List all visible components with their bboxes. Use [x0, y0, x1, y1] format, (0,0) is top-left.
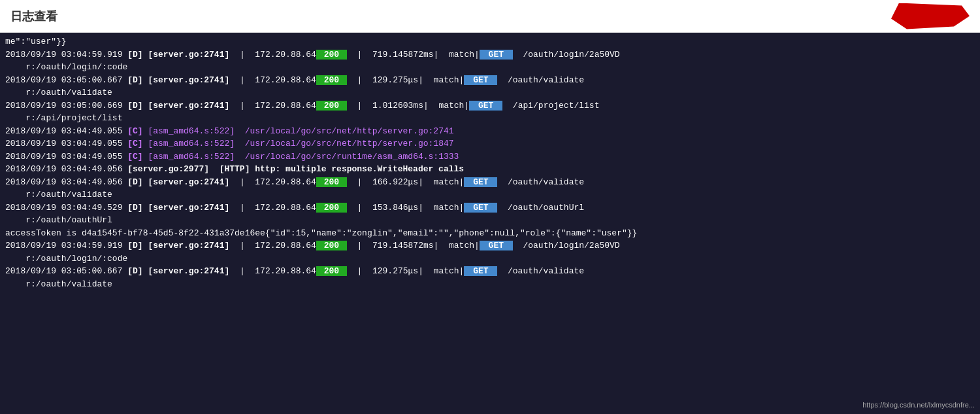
logo-shape [891, 3, 970, 29]
log-entry: 2018/09/19 03:04:49.056 [server.go:2977]… [5, 163, 975, 176]
log-entry: 2018/09/19 03:05:00.667 [D] [server.go:2… [5, 74, 975, 99]
log-entry: 2018/09/19 03:04:59.919 [D] [server.go:2… [5, 48, 975, 74]
log-entry: 2018/09/19 03:04:49.056 [D] [server.go:2… [5, 176, 975, 201]
log-entry: 2018/09/19 03:04:49.055 [C] [asm_amd64.s… [5, 137, 975, 150]
watermark: https://blog.csdn.net/lxlmycsdnfre... [862, 401, 975, 409]
page-title: 日志查看 [10, 9, 57, 24]
logo [891, 3, 970, 29]
log-entry: 2018/09/19 03:04:49.055 [C] [asm_amd64.s… [5, 150, 975, 164]
log-entry: 2018/09/19 03:04:49.055 [C] [asm_amd64.s… [5, 125, 975, 138]
log-entry: me":"user"}} [5, 35, 975, 48]
log-container[interactable]: me":"user"}}2018/09/19 03:04:59.919 [D] … [0, 33, 980, 414]
log-entry: 2018/09/19 03:05:00.667 [D] [server.go:2… [5, 265, 975, 290]
header: 日志查看 [0, 0, 980, 33]
log-entry: 2018/09/19 03:04:59.919 [D] [server.go:2… [5, 239, 975, 265]
log-entry: 2018/09/19 03:05:00.669 [D] [server.go:2… [5, 99, 975, 125]
log-entry: accessToken is d4a1545f-bf78-45d5-8f22-4… [5, 227, 975, 240]
log-entry: 2018/09/19 03:04:49.529 [D] [server.go:2… [5, 201, 975, 227]
